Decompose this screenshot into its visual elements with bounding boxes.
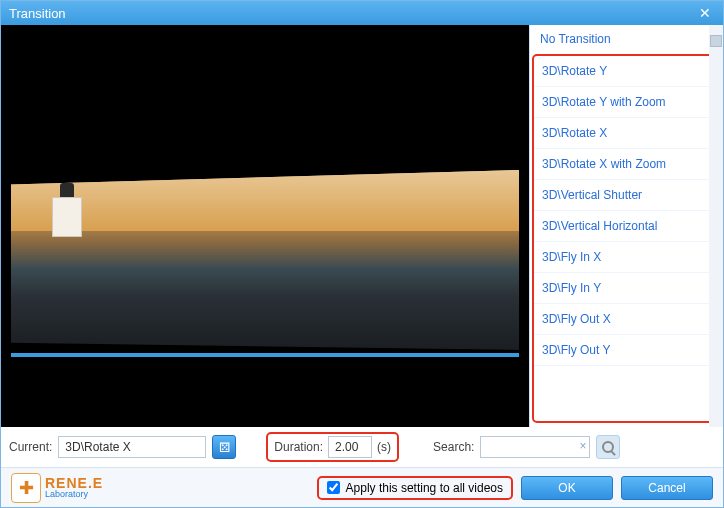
preview-timeline-bar xyxy=(11,353,519,357)
list-item[interactable]: 3D\Vertical Shutter xyxy=(534,180,715,211)
footer: ✚ RENE.E Laboratory Apply this setting t… xyxy=(1,467,723,507)
scrollbar-thumb[interactable] xyxy=(710,35,722,47)
list-item[interactable]: 3D\Rotate Y with Zoom xyxy=(534,87,715,118)
list-item[interactable]: 3D\Rotate X xyxy=(534,118,715,149)
search-label: Search: xyxy=(433,440,474,454)
controls-row: Current: ⚄ Duration: (s) Search: × xyxy=(1,427,723,467)
list-item[interactable]: 3D\Fly In X xyxy=(534,242,715,273)
lighthouse-graphic xyxy=(49,183,85,243)
search-button[interactable] xyxy=(596,435,620,459)
logo-text-bottom: Laboratory xyxy=(45,490,103,499)
apply-all-label: Apply this setting to all videos xyxy=(346,481,503,495)
duration-unit: (s) xyxy=(377,440,391,454)
list-item[interactable]: 3D\Fly Out X xyxy=(534,304,715,335)
transition-list-panel: No Transition 3D\Rotate Y 3D\Rotate Y wi… xyxy=(529,25,723,427)
apply-all-checkbox[interactable] xyxy=(327,481,340,494)
duration-input[interactable] xyxy=(328,436,372,458)
clear-search-icon[interactable]: × xyxy=(579,439,586,453)
current-input[interactable] xyxy=(58,436,206,458)
logo-icon: ✚ xyxy=(11,473,41,503)
search-icon xyxy=(602,441,614,453)
list-item[interactable]: 3D\Rotate X with Zoom xyxy=(534,149,715,180)
preview-image xyxy=(11,170,519,350)
current-label: Current: xyxy=(9,440,52,454)
scrollbar[interactable] xyxy=(709,25,723,427)
duration-label: Duration: xyxy=(274,440,323,454)
transition-list-highlight: 3D\Rotate Y 3D\Rotate Y with Zoom 3D\Rot… xyxy=(532,54,717,423)
search-input[interactable] xyxy=(480,436,590,458)
logo-text-top: RENE.E xyxy=(45,476,103,490)
list-item[interactable]: 3D\Fly Out Y xyxy=(534,335,715,366)
close-button[interactable]: ✕ xyxy=(695,3,715,23)
cancel-button[interactable]: Cancel xyxy=(621,476,713,500)
no-transition-item[interactable]: No Transition xyxy=(530,25,723,53)
list-item[interactable]: 3D\Fly In Y xyxy=(534,273,715,304)
duration-highlight: Duration: (s) xyxy=(266,432,399,462)
main-area: No Transition 3D\Rotate Y 3D\Rotate Y wi… xyxy=(1,25,723,427)
titlebar: Transition ✕ xyxy=(1,1,723,25)
ok-button[interactable]: OK xyxy=(521,476,613,500)
list-item[interactable]: 3D\Vertical Horizontal xyxy=(534,211,715,242)
window-title: Transition xyxy=(9,6,695,21)
brand-logo: ✚ RENE.E Laboratory xyxy=(11,473,103,503)
list-item[interactable]: 3D\Rotate Y xyxy=(534,56,715,87)
random-button[interactable]: ⚄ xyxy=(212,435,236,459)
apply-all-highlight: Apply this setting to all videos xyxy=(317,476,513,500)
preview-pane xyxy=(1,25,529,427)
